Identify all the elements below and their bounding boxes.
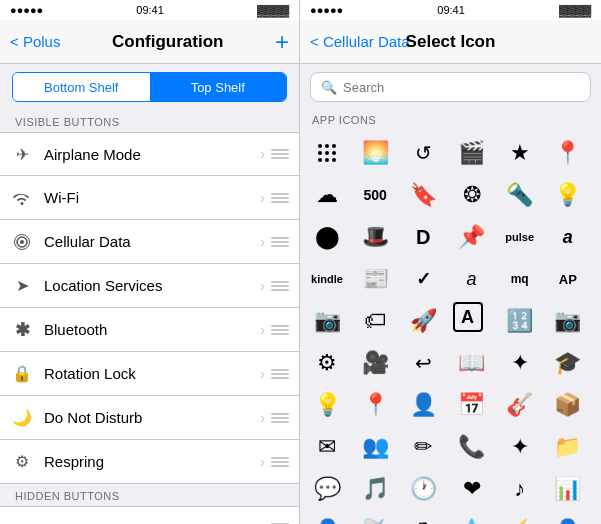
svg-point-3 [318, 144, 322, 148]
icon-calendar[interactable]: 📅 [453, 386, 491, 424]
icon-chat[interactable]: 💬 [308, 470, 346, 508]
icon-hat[interactable]: 🎩 [356, 218, 394, 256]
icon-checkmark[interactable]: ✓ [404, 260, 442, 298]
left-signal: ●●●●● [10, 4, 43, 16]
search-bar[interactable]: 🔍 [310, 72, 591, 102]
icon-video[interactable]: 🎥 [356, 344, 394, 382]
reorder-handle[interactable] [271, 149, 289, 159]
reorder-handle[interactable] [271, 457, 289, 467]
reorder-handle[interactable] [271, 413, 289, 423]
segment-control: Bottom Shelf Top Shelf [12, 72, 287, 102]
icon-kindle[interactable]: kindle [308, 260, 346, 298]
icon-grid[interactable] [308, 134, 346, 172]
icon-mail[interactable]: ✉ [308, 428, 346, 466]
top-shelf-tab[interactable]: Top Shelf [150, 73, 287, 101]
reorder-handle[interactable] [271, 281, 289, 291]
icon-book[interactable]: 📖 [453, 344, 491, 382]
icon-lamp[interactable]: 💡 [308, 386, 346, 424]
icon-idea[interactable]: 💡 [549, 176, 587, 214]
icon-drop[interactable]: 💧 [453, 512, 491, 524]
right-back-button[interactable]: < Cellular Data [310, 33, 410, 50]
icon-appstore[interactable]: A [453, 302, 483, 332]
icon-tag[interactable]: 🏷 [356, 302, 394, 340]
icon-d-letter[interactable]: D [404, 218, 442, 256]
left-scroll-area[interactable]: VISIBLE BUTTONS ✈ Airplane Mode › Wi-Fi … [0, 110, 299, 524]
icon-thumbtack[interactable]: 📌 [453, 218, 491, 256]
icon-rocket[interactable]: 🚀 [404, 302, 442, 340]
reorder-handle[interactable] [271, 325, 289, 335]
icon-note[interactable]: ♪ [501, 470, 539, 508]
back-button[interactable]: < Polus [10, 33, 60, 50]
icon-heart[interactable]: ❤ [453, 470, 491, 508]
icon-circle[interactable]: ⬤ [308, 218, 346, 256]
right-panel: ●●●●● 09:41 ▓▓▓▓ < Cellular Data Select … [300, 0, 601, 524]
add-button[interactable]: + [275, 28, 289, 56]
icon-satellite[interactable]: 📡 [356, 512, 394, 524]
list-item[interactable]: Cellular Data › [0, 220, 299, 264]
icon-phone[interactable]: 📞 [453, 428, 491, 466]
icon-newspaper[interactable]: 📰 [356, 260, 394, 298]
icon-people[interactable]: 👥 [356, 428, 394, 466]
icon-cloud[interactable]: ☁ [308, 176, 346, 214]
icon-sparkle2[interactable]: ✦ [501, 428, 539, 466]
list-item[interactable]: ➤ Location Services › [0, 264, 299, 308]
list-item[interactable]: ✈ Airplane Mode › [0, 132, 299, 176]
icon-500px[interactable]: 500 [356, 176, 394, 214]
chevron-icon: › [260, 146, 265, 162]
icon-bolt[interactable]: ⚡ [501, 512, 539, 524]
icon-pulse[interactable]: pulse [501, 218, 539, 256]
icon-silhouette[interactable]: 👤 [308, 512, 346, 524]
icon-layered[interactable]: ❂ [453, 176, 491, 214]
item-label: Cellular Data [44, 233, 260, 250]
list-item[interactable]: 🔒 Rotation Lock › [0, 352, 299, 396]
icon-camera-alt[interactable]: 📷 [308, 302, 346, 340]
left-battery: ▓▓▓▓ [257, 4, 289, 16]
icon-refresh[interactable]: ↺ [404, 134, 442, 172]
icon-clock[interactable]: 🕐 [404, 470, 442, 508]
icon-a-letter[interactable]: a [453, 260, 491, 298]
icon-flashlight[interactable]: 🔦 [501, 176, 539, 214]
list-item[interactable]: 🌙 Do Not Disturb › [0, 396, 299, 440]
icon-star[interactable]: ★ [501, 134, 539, 172]
icon-settings-gear[interactable]: ⚙ [308, 344, 346, 382]
list-item[interactable]: ✱ Bluetooth › [0, 308, 299, 352]
cellular-icon [10, 234, 34, 250]
right-nav-title: Select Icon [406, 32, 496, 52]
svg-point-0 [20, 240, 24, 244]
icon-calculator[interactable]: 🔢 [501, 302, 539, 340]
right-battery: ▓▓▓▓ [559, 4, 591, 16]
svg-point-6 [318, 151, 322, 155]
icon-box[interactable]: 📦 [549, 386, 587, 424]
icon-pencil[interactable]: ✏ [404, 428, 442, 466]
icon-graduation[interactable]: 🎓 [549, 344, 587, 382]
icon-recycle[interactable]: ♻ [404, 512, 442, 524]
icon-sparkle[interactable]: ✦ [501, 344, 539, 382]
left-status-bar: ●●●●● 09:41 ▓▓▓▓ [0, 0, 299, 20]
icon-ap[interactable]: AP [549, 260, 587, 298]
list-item[interactable]: VPN VPN › [0, 506, 299, 524]
icon-pin[interactable]: 📍 [549, 134, 587, 172]
chevron-icon: › [260, 520, 265, 524]
reorder-handle[interactable] [271, 237, 289, 247]
icon-person[interactable]: 👤 [404, 386, 442, 424]
icon-location-pin[interactable]: 📍 [356, 386, 394, 424]
icon-music-note[interactable]: 🎵 [356, 470, 394, 508]
icon-guitar[interactable]: 🎸 [501, 386, 539, 424]
bottom-shelf-tab[interactable]: Bottom Shelf [13, 73, 150, 101]
svg-point-11 [332, 158, 336, 162]
list-item[interactable]: ⚙ Respring › [0, 440, 299, 484]
icon-sunrise[interactable]: 🌅 [356, 134, 394, 172]
icon-film[interactable]: 🎬 [453, 134, 491, 172]
icon-mq[interactable]: mq [501, 260, 539, 298]
icon-chart[interactable]: 📊 [549, 470, 587, 508]
search-input[interactable] [343, 80, 580, 95]
reorder-handle[interactable] [271, 193, 289, 203]
icon-person2[interactable]: 👤 [549, 512, 587, 524]
icon-undo[interactable]: ↩ [404, 344, 442, 382]
reorder-handle[interactable] [271, 369, 289, 379]
icon-camera[interactable]: 📷 [549, 302, 587, 340]
icon-bookmark-star[interactable]: 🔖 [404, 176, 442, 214]
icon-folder[interactable]: 📁 [549, 428, 587, 466]
icon-amazon[interactable]: a [549, 218, 587, 256]
list-item[interactable]: Wi-Fi › [0, 176, 299, 220]
